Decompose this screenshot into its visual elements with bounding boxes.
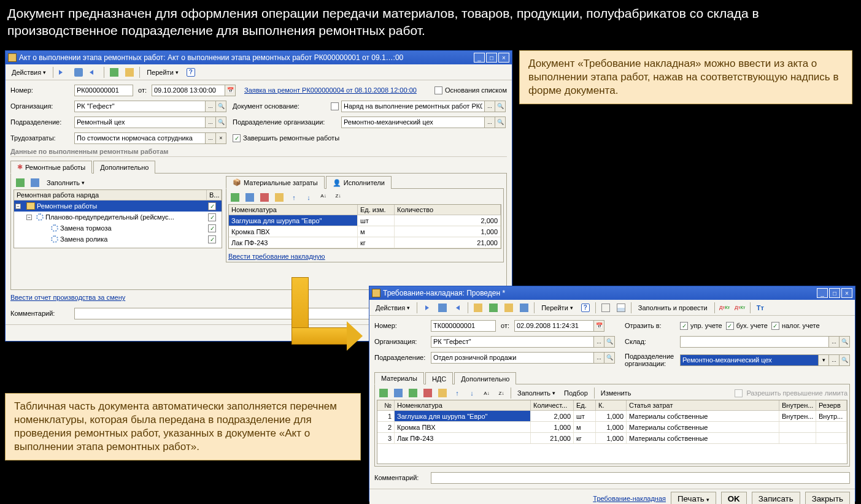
- mat-add[interactable]: [228, 192, 242, 203]
- print-button[interactable]: Печать: [671, 492, 716, 504]
- row-up[interactable]: ↑: [450, 388, 464, 399]
- minimize-button[interactable]: _: [817, 288, 828, 298]
- mat-sort-asc[interactable]: A↓: [317, 192, 330, 203]
- copy-button[interactable]: [471, 302, 485, 314]
- refresh-button[interactable]: [436, 302, 449, 314]
- basis-button[interactable]: [517, 302, 531, 314]
- close-button[interactable]: ×: [841, 288, 852, 298]
- row-down[interactable]: ↓: [465, 388, 479, 399]
- mat-up[interactable]: ↑: [287, 192, 301, 203]
- tree-check[interactable]: [208, 235, 216, 243]
- goto-menu[interactable]: Перейти: [143, 66, 182, 78]
- tree-tool-2[interactable]: [28, 177, 42, 188]
- minimize-button[interactable]: _: [474, 53, 485, 63]
- dt-kt-1[interactable]: ДтКт: [718, 302, 732, 314]
- materials-table[interactable]: № Номенклатура Количест... Ед. К. Статья…: [377, 400, 847, 464]
- number-input[interactable]: [431, 320, 496, 332]
- nav-back-button[interactable]: [420, 302, 434, 314]
- tab-extra[interactable]: Дополнительно: [454, 372, 516, 384]
- maximize-button[interactable]: □: [829, 288, 840, 298]
- tt-button[interactable]: Тт: [754, 302, 767, 314]
- orgdept-select-button[interactable]: ...: [828, 354, 840, 366]
- materials-table[interactable]: Номенклатура Ед. изм. Количество Заглушк…: [228, 204, 501, 249]
- tab-nds[interactable]: НДС: [425, 372, 453, 384]
- orgdept-input[interactable]: [341, 116, 485, 128]
- mat-clear[interactable]: [272, 192, 286, 203]
- tree-fill-button[interactable]: Заполнить: [43, 177, 88, 188]
- mat-edit[interactable]: [243, 192, 257, 203]
- basisdoc-input[interactable]: [341, 101, 485, 112]
- dept-search-button[interactable]: 🔍: [604, 352, 615, 364]
- list-button[interactable]: [599, 302, 612, 314]
- nav-fwd-button[interactable]: [87, 66, 101, 78]
- ok-button[interactable]: OK: [721, 492, 747, 504]
- dept-search-button[interactable]: 🔍: [215, 116, 226, 128]
- post-button[interactable]: [107, 66, 121, 78]
- dept-select-button[interactable]: ...: [593, 352, 604, 364]
- post-button[interactable]: [487, 302, 500, 314]
- table-row[interactable]: Заглушка для шурупа "Евро" шт 2,000: [229, 215, 501, 226]
- basisdoc-search-button[interactable]: 🔍: [495, 101, 506, 112]
- labor-input[interactable]: [74, 132, 206, 144]
- nav-back-button[interactable]: [56, 66, 70, 78]
- basisdoc-checkbox[interactable]: [331, 102, 339, 110]
- orgdept-search-button[interactable]: 🔍: [839, 354, 850, 366]
- close-button[interactable]: ×: [498, 53, 509, 63]
- enter-report-link[interactable]: Ввести отчет производства за смену: [10, 294, 125, 301]
- table-row[interactable]: 1 Заглушка для шурупа "Евро" 2,000 шт 1,…: [377, 411, 847, 422]
- org-search-button[interactable]: 🔍: [604, 336, 615, 348]
- org-select-button[interactable]: ...: [593, 336, 604, 348]
- warehouse-input[interactable]: [680, 336, 829, 348]
- maximize-button[interactable]: □: [486, 53, 497, 63]
- date-input[interactable]: [514, 320, 594, 332]
- tree-check[interactable]: [208, 224, 216, 232]
- dept-input[interactable]: [431, 352, 594, 364]
- titlebar[interactable]: Требование-накладная: Проведен * _ □ ×: [369, 286, 855, 300]
- orgdept-select-button[interactable]: ...: [484, 116, 495, 128]
- titlebar[interactable]: Акт о выполнении этапа ремонтных работ: …: [6, 51, 512, 64]
- org-select-button[interactable]: ...: [205, 101, 216, 112]
- struct-button[interactable]: [123, 66, 136, 78]
- table-row[interactable]: Лак ПФ-243 кг 21,000: [229, 237, 501, 248]
- form-button[interactable]: [614, 302, 628, 314]
- comment-input[interactable]: [431, 472, 850, 484]
- close-button[interactable]: Закрыть: [805, 492, 850, 504]
- sort-desc[interactable]: Z↓: [495, 388, 508, 399]
- row-del[interactable]: [421, 388, 434, 399]
- acct-checkbox[interactable]: [726, 322, 734, 330]
- tree-toggle[interactable]: −: [15, 204, 21, 209]
- mat-sort-desc[interactable]: Z↓: [331, 192, 345, 203]
- fill-menu[interactable]: Заполнить: [514, 388, 559, 399]
- footer-doc-name[interactable]: Требование-накладная: [593, 495, 666, 502]
- goto-menu[interactable]: Перейти: [538, 302, 577, 314]
- org-search-button[interactable]: 🔍: [215, 101, 226, 112]
- labor-clear-button[interactable]: ×: [215, 132, 226, 144]
- tab-performers[interactable]: 👤Исполнители: [326, 176, 392, 189]
- number-input[interactable]: [74, 85, 133, 96]
- table-row[interactable]: 3 Лак ПФ-243 21,000 кг 1,000 Материалы с…: [377, 433, 847, 444]
- request-link[interactable]: Заявка на ремонт РК000000004 от 08.10.20…: [244, 86, 417, 94]
- fill-post-button[interactable]: Заполнить и провести: [635, 302, 711, 314]
- date-picker-button[interactable]: 📅: [593, 320, 604, 332]
- org-input[interactable]: [431, 336, 594, 348]
- mgmt-checkbox[interactable]: [680, 322, 688, 330]
- orgdept-search-button[interactable]: 🔍: [495, 116, 506, 128]
- enter-demand-link[interactable]: Ввести требование накладную: [228, 253, 325, 260]
- sort-asc[interactable]: A↓: [480, 388, 493, 399]
- struct-button[interactable]: [502, 302, 515, 314]
- date-input[interactable]: [152, 85, 225, 96]
- row-clear[interactable]: [436, 388, 449, 399]
- save-button[interactable]: Записать: [752, 492, 800, 504]
- tab-extra[interactable]: Дополнительно: [93, 161, 155, 174]
- dept-input[interactable]: [74, 116, 206, 128]
- date-picker-button[interactable]: 📅: [225, 85, 236, 96]
- actions-menu[interactable]: Действия: [8, 66, 50, 78]
- mat-del[interactable]: [258, 192, 271, 203]
- help-button[interactable]: ?: [184, 66, 198, 78]
- table-row[interactable]: Кромка ПВХ м 1,000: [229, 226, 501, 237]
- actions-menu[interactable]: Действия: [372, 302, 414, 314]
- orgdept-drop-button[interactable]: ▾: [818, 354, 829, 366]
- pick-button[interactable]: Подбор: [560, 388, 592, 399]
- labor-select-button[interactable]: ...: [205, 132, 216, 144]
- warehouse-select-button[interactable]: ...: [828, 336, 840, 348]
